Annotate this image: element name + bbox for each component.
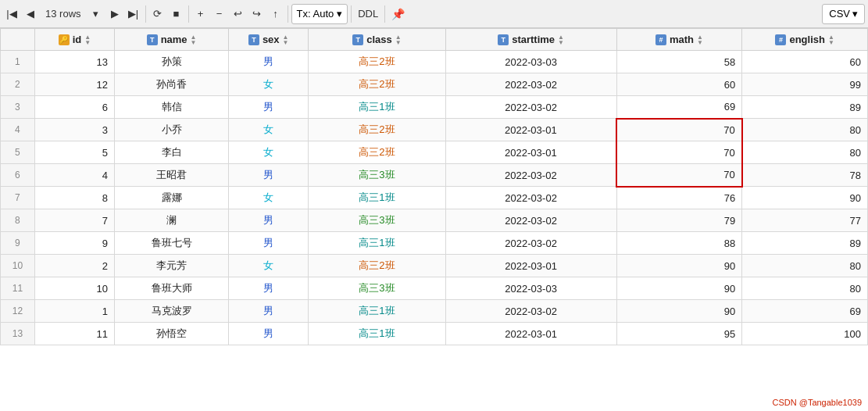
table-wrap: 🔑 id ▲▼ T name ▲▼ T sex xyxy=(0,28,868,411)
cell-starttime: 2022-03-02 xyxy=(445,73,616,96)
cell-english: 80 xyxy=(742,119,868,141)
table-row[interactable]: 121马克波罗男高三1班2022-03-029069 xyxy=(1,300,868,323)
table-row[interactable]: 1110鲁班大师男高三3班2022-03-039080 xyxy=(1,277,868,300)
cell-starttime: 2022-03-03 xyxy=(445,277,616,300)
table-row[interactable]: 43小乔女高三2班2022-03-017080 xyxy=(1,119,868,141)
ddl-button[interactable]: DDL xyxy=(355,4,381,24)
cell-math: 90 xyxy=(616,277,742,300)
table-row[interactable]: 87澜男高三3班2022-03-027977 xyxy=(1,209,868,232)
cell-math: 70 xyxy=(616,141,742,164)
cell-class: 高三2班 xyxy=(309,119,445,141)
table-row[interactable]: 212孙尚香女高三2班2022-03-026099 xyxy=(1,73,868,96)
cell-english: 60 xyxy=(742,51,868,73)
english-sort[interactable]: ▲▼ xyxy=(828,34,834,45)
row-number: 6 xyxy=(1,164,35,187)
tx-dropdown[interactable]: Tx: Auto ▾ xyxy=(291,4,348,24)
cell-starttime: 2022-03-03 xyxy=(445,51,616,73)
cell-starttime: 2022-03-02 xyxy=(445,209,616,232)
starttime-sort[interactable]: ▲▼ xyxy=(558,34,564,45)
cell-name: 小乔 xyxy=(115,119,229,141)
toolbar: |◀ ◀ 13 rows ▾ ▶ ▶| ⟳ ■ + − ↩ ↪ ↑ Tx: Au… xyxy=(0,0,868,28)
upload-button[interactable]: ↑ xyxy=(267,4,284,24)
row-number: 9 xyxy=(1,232,35,255)
csv-button[interactable]: CSV ▾ xyxy=(822,4,865,24)
table-body: 113孙策男高三2班2022-03-035860212孙尚香女高三2班2022-… xyxy=(1,51,868,345)
col-header-id[interactable]: 🔑 id ▲▼ xyxy=(34,29,114,51)
stop-button[interactable]: ■ xyxy=(168,4,185,24)
redo-button[interactable]: ↪ xyxy=(248,4,266,24)
tx-chevron: ▾ xyxy=(337,8,342,20)
cell-english: 80 xyxy=(742,141,868,164)
delete-row-button[interactable]: − xyxy=(211,4,228,24)
cell-sex: 女 xyxy=(229,255,309,277)
cell-class: 高三2班 xyxy=(309,51,445,73)
table-row[interactable]: 102李元芳女高三2班2022-03-019080 xyxy=(1,255,868,277)
sex-sort[interactable]: ▲▼ xyxy=(283,34,289,45)
cell-id: 11 xyxy=(34,323,114,345)
cell-math: 70 xyxy=(616,164,742,187)
cell-class: 高三3班 xyxy=(309,164,445,187)
name-sort[interactable]: ▲▼ xyxy=(191,34,197,45)
cell-id: 8 xyxy=(34,187,114,209)
cell-sex: 男 xyxy=(229,277,309,300)
cell-name: 孙尚香 xyxy=(115,73,229,96)
cell-name: 澜 xyxy=(115,209,229,232)
cell-math: 90 xyxy=(616,300,742,323)
col-header-sex[interactable]: T sex ▲▼ xyxy=(229,29,309,51)
cell-name: 孙悟空 xyxy=(115,323,229,345)
cell-name: 露娜 xyxy=(115,187,229,209)
refresh-button[interactable]: ⟳ xyxy=(149,4,166,24)
table-row[interactable]: 1311孙悟空男高三1班2022-03-0195100 xyxy=(1,323,868,345)
name-icon: T xyxy=(147,34,158,45)
id-sort[interactable]: ▲▼ xyxy=(84,34,91,45)
table-row[interactable]: 55李白女高三2班2022-03-017080 xyxy=(1,141,868,164)
col-id-label: id xyxy=(73,34,82,45)
cell-class: 高三3班 xyxy=(309,277,445,300)
row-number: 3 xyxy=(1,96,35,119)
table-row[interactable]: 78露娜女高三1班2022-03-027690 xyxy=(1,187,868,209)
math-sort[interactable]: ▲▼ xyxy=(697,34,703,45)
col-header-name[interactable]: T name ▲▼ xyxy=(115,29,229,51)
table-row[interactable]: 64王昭君男高三3班2022-03-027078 xyxy=(1,164,868,187)
cell-starttime: 2022-03-02 xyxy=(445,232,616,255)
cell-sex: 女 xyxy=(229,119,309,141)
table-row[interactable]: 99鲁班七号男高三1班2022-03-028889 xyxy=(1,232,868,255)
cell-starttime: 2022-03-01 xyxy=(445,255,616,277)
col-header-math[interactable]: # math ▲▼ xyxy=(616,29,742,51)
col-header-class[interactable]: T class ▲▼ xyxy=(309,29,445,51)
rownum-header xyxy=(1,29,35,51)
cell-sex: 男 xyxy=(229,300,309,323)
col-header-starttime[interactable]: T starttime ▲▼ xyxy=(445,29,616,51)
id-icon: 🔑 xyxy=(59,34,70,45)
undo-button[interactable]: ↩ xyxy=(230,4,247,24)
cell-sex: 男 xyxy=(229,164,309,187)
prev-page-button[interactable]: ◀ xyxy=(22,4,39,24)
row-number: 12 xyxy=(1,300,35,323)
cell-name: 王昭君 xyxy=(115,164,229,187)
cell-sex: 女 xyxy=(229,141,309,164)
next-page-button[interactable]: ▶ xyxy=(106,4,123,24)
cell-id: 4 xyxy=(34,164,114,187)
cell-name: 李元芳 xyxy=(115,255,229,277)
class-sort[interactable]: ▲▼ xyxy=(395,34,402,45)
cell-name: 鲁班大师 xyxy=(115,277,229,300)
col-english-label: english xyxy=(789,34,825,45)
cell-id: 5 xyxy=(34,141,114,164)
cell-class: 高三1班 xyxy=(309,187,445,209)
first-page-button[interactable]: |◀ xyxy=(3,4,20,24)
cell-sex: 女 xyxy=(229,187,309,209)
cell-class: 高三2班 xyxy=(309,141,445,164)
cell-name: 孙策 xyxy=(115,51,229,73)
last-page-button[interactable]: ▶| xyxy=(125,4,142,24)
cell-class: 高三1班 xyxy=(309,96,445,119)
sep5 xyxy=(384,5,385,23)
col-header-english[interactable]: # english ▲▼ xyxy=(742,29,868,51)
rows-dropdown-button[interactable]: ▾ xyxy=(88,4,105,24)
cell-class: 高三1班 xyxy=(309,232,445,255)
table-row[interactable]: 113孙策男高三2班2022-03-035860 xyxy=(1,51,868,73)
add-row-button[interactable]: + xyxy=(192,4,209,24)
cell-sex: 男 xyxy=(229,51,309,73)
pin-button[interactable]: 📌 xyxy=(388,5,407,23)
data-table: 🔑 id ▲▼ T name ▲▼ T sex xyxy=(0,28,868,345)
table-row[interactable]: 36韩信男高三1班2022-03-026989 xyxy=(1,96,868,119)
